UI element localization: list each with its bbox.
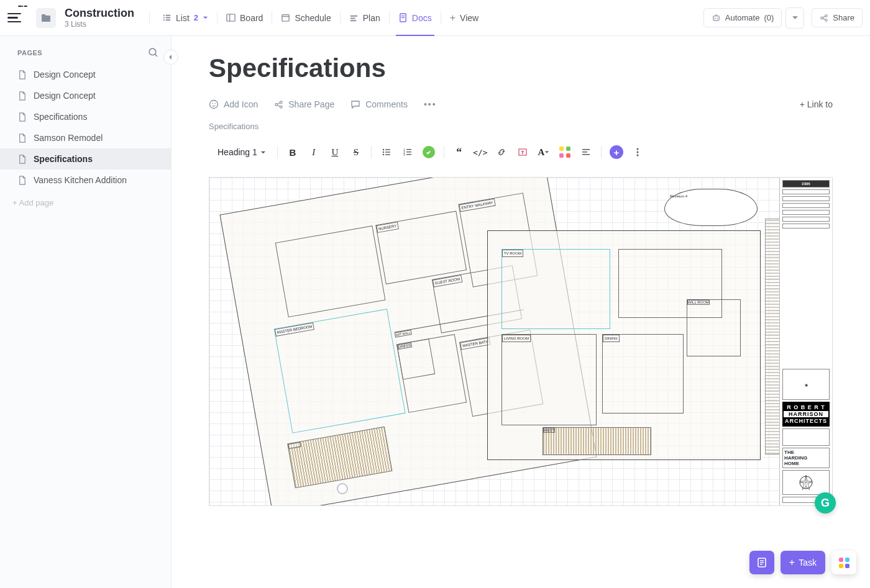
add-icon-action[interactable]: Add Icon <box>209 99 258 109</box>
svg-rect-31 <box>385 154 390 155</box>
italic-button[interactable]: I <box>305 143 323 161</box>
doc-title[interactable]: Specifications <box>209 53 833 83</box>
notification-badge: 3 <box>18 6 27 7</box>
doc-breadcrumb: Specifications <box>209 122 833 131</box>
sidebar-page-4[interactable]: Specifications <box>0 148 171 170</box>
highlight-button[interactable] <box>556 143 574 161</box>
svg-line-24 <box>278 102 280 104</box>
svg-line-17 <box>155 55 157 57</box>
svg-rect-33 <box>406 149 411 150</box>
view-plan[interactable]: Plan <box>341 0 389 35</box>
svg-rect-37 <box>406 154 411 155</box>
svg-point-23 <box>280 106 283 108</box>
svg-rect-27 <box>385 149 390 150</box>
blueprint-image[interactable]: NURSERY ENTRY WALKWAY GUEST ROOM MASTER … <box>209 177 833 506</box>
sidebar-page-3[interactable]: Samson Remodel <box>0 127 171 148</box>
code-button[interactable]: </> <box>472 143 489 161</box>
view-docs[interactable]: Docs <box>390 0 441 35</box>
svg-point-13 <box>825 19 828 21</box>
comments-action[interactable]: Comments <box>350 99 408 109</box>
svg-line-15 <box>823 18 826 19</box>
svg-point-8 <box>714 18 715 19</box>
revision-cloud: Revision 4 <box>664 189 758 226</box>
top-bar: 3 Construction 3 Lists List 2 Board Sche… <box>0 0 870 36</box>
heading-select[interactable]: Heading 1 <box>213 145 271 160</box>
apps-button[interactable] <box>831 551 856 574</box>
svg-point-30 <box>383 154 384 155</box>
svg-rect-35 <box>406 152 411 152</box>
view-list[interactable]: List 2 <box>153 0 217 35</box>
svg-text:3: 3 <box>403 153 405 156</box>
svg-line-14 <box>823 16 826 17</box>
new-task-button[interactable]: +Task <box>781 551 825 574</box>
align-button[interactable] <box>577 143 595 161</box>
editor-toolbar: Heading 1 B I U S 123 “ </> T A + <box>209 138 833 166</box>
search-icon[interactable] <box>148 47 158 58</box>
svg-rect-2 <box>282 15 289 21</box>
svg-line-25 <box>278 105 280 106</box>
view-tabs: List 2 Board Schedule Plan Docs + View <box>153 0 487 35</box>
svg-point-45 <box>636 155 638 156</box>
sidebar: PAGES Design ConceptDesign ConceptSpecif… <box>0 36 172 588</box>
svg-point-22 <box>280 101 283 103</box>
svg-point-9 <box>717 18 718 19</box>
svg-rect-29 <box>385 152 390 152</box>
text-box-button[interactable]: T <box>514 143 531 161</box>
link-button[interactable] <box>493 143 510 161</box>
document-main: Specifications Add Icon Share Page Comme… <box>172 36 870 588</box>
svg-point-44 <box>636 152 638 153</box>
quote-button[interactable]: “ <box>451 143 468 161</box>
svg-point-43 <box>636 148 638 150</box>
numbered-list-button[interactable]: 123 <box>399 143 416 161</box>
svg-point-21 <box>275 103 278 106</box>
share-page-action[interactable]: Share Page <box>274 99 334 109</box>
bullet-list-button[interactable] <box>378 143 395 161</box>
floating-actions: +Task <box>749 551 856 574</box>
sidebar-collapse[interactable] <box>163 50 178 65</box>
svg-point-12 <box>825 14 828 17</box>
view-schedule[interactable]: Schedule <box>272 0 339 35</box>
svg-point-26 <box>383 149 384 150</box>
automate-dropdown[interactable] <box>785 7 804 29</box>
more-actions[interactable]: ••• <box>424 99 437 109</box>
workspace-subtitle: 3 Lists <box>65 20 134 29</box>
svg-point-11 <box>821 17 823 19</box>
svg-point-16 <box>149 48 156 55</box>
automate-button[interactable]: Automate (0) <box>703 8 782 27</box>
svg-rect-42 <box>582 154 590 155</box>
toolbar-more[interactable] <box>629 143 646 161</box>
underline-button[interactable]: U <box>326 143 344 161</box>
folder-icon[interactable] <box>36 8 56 28</box>
svg-point-20 <box>214 103 216 104</box>
text-color-button[interactable]: A <box>535 143 552 161</box>
svg-rect-41 <box>582 152 587 153</box>
checklist-button[interactable] <box>420 143 437 161</box>
sidebar-page-1[interactable]: Design Concept <box>0 85 171 106</box>
sidebar-page-2[interactable]: Specifications <box>0 106 171 127</box>
add-page[interactable]: + Add page <box>0 191 171 215</box>
svg-rect-40 <box>582 149 590 150</box>
sidebar-page-5[interactable]: Vaness Kitchen Addition <box>0 170 171 191</box>
workspace-title: Construction <box>65 7 134 20</box>
link-to-action[interactable]: + Link to <box>800 99 833 109</box>
sidebar-heading: PAGES <box>17 49 42 57</box>
share-button[interactable]: Share <box>812 8 863 27</box>
svg-point-18 <box>210 101 218 109</box>
svg-rect-7 <box>713 16 719 21</box>
insert-button[interactable]: + <box>608 143 625 161</box>
strikethrough-button[interactable]: S <box>347 143 365 161</box>
svg-text:T: T <box>521 150 524 155</box>
blueprint-title-block: 2305 ◉ R O B E R T HARRISON ARCHITECTS T… <box>779 178 832 505</box>
grammarly-icon[interactable]: G <box>815 492 836 513</box>
bold-button[interactable]: B <box>284 143 301 161</box>
workspace-title-block[interactable]: Construction 3 Lists <box>65 7 134 29</box>
notepad-button[interactable] <box>749 551 774 574</box>
image-slider-handle[interactable] <box>337 483 348 494</box>
sidebar-page-0[interactable]: Design Concept <box>0 64 171 85</box>
svg-point-19 <box>212 103 213 104</box>
view-add[interactable]: + View <box>441 0 487 35</box>
svg-rect-0 <box>227 14 235 21</box>
view-board[interactable]: Board <box>218 0 272 35</box>
menu-icon[interactable]: 3 <box>7 9 26 27</box>
svg-point-28 <box>383 152 384 153</box>
